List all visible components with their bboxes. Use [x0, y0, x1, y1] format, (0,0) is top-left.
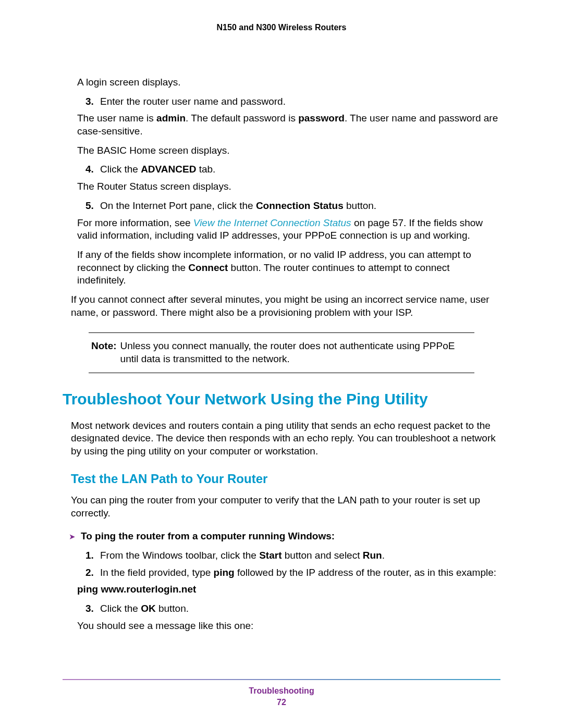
- sub-heading-lan-path: Test the LAN Path to Your Router: [71, 471, 500, 487]
- proc-step-3-sub: You should see a message like this one:: [77, 620, 500, 633]
- step-text: Click the OK button.: [100, 602, 500, 615]
- procedure-heading: ➤ To ping the router from a computer run…: [69, 530, 500, 543]
- step-number: 1.: [85, 549, 100, 562]
- proc-step-1: 1. From the Windows toolbar, click the S…: [85, 549, 500, 562]
- step-5: 5. On the Internet Port pane, click the …: [85, 200, 500, 213]
- step-number: 4.: [85, 163, 100, 176]
- outro-paragraph: If you cannot connect after several minu…: [71, 293, 500, 319]
- step-number: 3.: [85, 95, 100, 108]
- step-4: 4. Click the ADVANCED tab.: [85, 163, 500, 176]
- step-5-sub1: For more information, see View the Inter…: [77, 217, 500, 242]
- step-text: From the Windows toolbar, click the Star…: [100, 549, 500, 562]
- section2-intro: Most network devices and routers contain…: [71, 419, 500, 458]
- step-5-sub2: If any of the fields show incomplete inf…: [77, 249, 500, 287]
- page-container: N150 and N300 Wireless Routers A login s…: [0, 0, 563, 728]
- proc-step-2: 2. In the field provided, type ping foll…: [85, 566, 500, 579]
- footer-divider: [63, 679, 500, 680]
- ping-example: ping www.routerlogin.net: [77, 583, 500, 596]
- note-text: Unless you connect manually, the router …: [120, 340, 455, 364]
- step-text: In the field provided, type ping followe…: [100, 566, 500, 579]
- section2-subintro: You can ping the router from your comput…: [71, 494, 500, 520]
- step-3-sub1: The user name is admin. The default pass…: [77, 112, 500, 138]
- step-3: 3. Enter the router user name and passwo…: [85, 95, 500, 108]
- procedure-title: To ping the router from a computer runni…: [81, 530, 335, 543]
- proc-step-3: 3. Click the OK button.: [85, 602, 500, 615]
- step-text: Click the ADVANCED tab.: [100, 163, 500, 176]
- step-number: 3.: [85, 602, 100, 615]
- section-heading-ping-utility: Troubleshoot Your Network Using the Ping…: [63, 389, 500, 409]
- link-view-internet-status[interactable]: View the Internet Connection Status: [193, 217, 351, 228]
- page-footer: Troubleshooting 72: [63, 679, 500, 707]
- body-content: A login screen displays. 3. Enter the ro…: [63, 76, 500, 632]
- step-4-sub: The Router Status screen displays.: [77, 180, 500, 193]
- step-number: 5.: [85, 200, 100, 213]
- step-text: Enter the router user name and password.: [100, 95, 500, 108]
- step-text: On the Internet Port pane, click the Con…: [100, 200, 500, 213]
- note-content: Note: Unless you connect manually, the r…: [89, 338, 474, 367]
- step-3-sub2: The BASIC Home screen displays.: [77, 144, 500, 157]
- header-title: N150 and N300 Wireless Routers: [63, 23, 500, 32]
- step-number: 2.: [85, 566, 100, 579]
- note-box: Note: Unless you connect manually, the r…: [89, 332, 474, 373]
- footer-label: Troubleshooting: [63, 686, 500, 696]
- login-displays: A login screen displays.: [77, 76, 500, 89]
- chevron-right-icon: ➤: [69, 532, 76, 542]
- note-label: Note:: [91, 340, 117, 351]
- footer-page-number: 72: [63, 698, 500, 707]
